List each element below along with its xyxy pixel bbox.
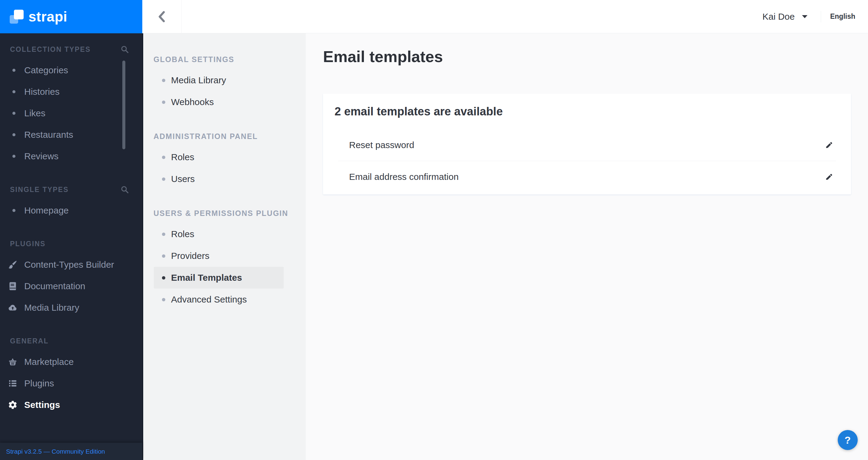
help-button[interactable]: ? <box>838 430 858 450</box>
topbar: Kai Doe English <box>142 0 868 33</box>
subnav-item-roles[interactable]: Roles <box>154 146 284 168</box>
user-menu[interactable]: Kai Doe <box>762 11 808 22</box>
paint-brush-icon <box>8 260 18 270</box>
email-templates-card: 2 email templates are available Reset pa… <box>323 94 851 194</box>
basket-icon <box>8 357 18 367</box>
main-sidebar: strapi COLLECTION TYPESCategoriesHistori… <box>0 0 142 460</box>
sidebar-item-label: Plugins <box>24 378 54 389</box>
search-icon[interactable] <box>121 45 129 54</box>
topbar-divider <box>821 11 821 22</box>
sidebar-item-restaurants[interactable]: Restaurants <box>0 124 142 145</box>
sidebar-item-homepage[interactable]: Homepage <box>0 200 142 221</box>
subnav-item-users[interactable]: Users <box>154 168 284 190</box>
subnav-section-label: USERS & PERMISSIONS PLUGIN <box>142 206 306 220</box>
subnav-item-media-library[interactable]: Media Library <box>154 69 284 91</box>
sidebar-item-categories[interactable]: Categories <box>0 59 142 81</box>
sidebar-item-label: Restaurants <box>24 130 73 140</box>
search-icon[interactable] <box>121 185 129 194</box>
subnav-item-label: Roles <box>171 152 194 162</box>
sidebar-item-histories[interactable]: Histories <box>0 81 142 102</box>
language-button[interactable]: English <box>828 12 857 21</box>
subnav-item-label: Roles <box>171 229 194 239</box>
strapi-logo-text: strapi <box>28 10 67 24</box>
sidebar-item-content-types-builder[interactable]: Content-Types Builder <box>0 254 142 275</box>
subnav-item-list: RolesProvidersEmail TemplatesAdvanced Se… <box>142 223 306 310</box>
subnav-item-email-templates[interactable]: Email Templates <box>154 267 284 288</box>
template-name: Reset password <box>349 140 414 150</box>
subnav-item-advanced-settings[interactable]: Advanced Settings <box>154 288 284 310</box>
subnav-item-webhooks[interactable]: Webhooks <box>154 91 284 113</box>
template-list: Reset passwordEmail address confirmation <box>323 129 851 193</box>
template-name: Email address confirmation <box>349 172 459 182</box>
sidebar-section-header: SINGLE TYPES <box>0 183 142 196</box>
edit-email-address-confirmation-button[interactable] <box>823 170 836 184</box>
sidebar-item-list: Homepage <box>0 200 142 221</box>
template-row-email-address-confirmation[interactable]: Email address confirmation <box>338 161 836 193</box>
bullet-icon <box>162 254 165 258</box>
sidebar-scrollbar[interactable] <box>122 61 125 149</box>
subnav-section-users-permissions-plugin: USERS & PERMISSIONS PLUGINRolesProviders… <box>142 206 306 310</box>
bullet-icon <box>12 155 16 158</box>
bullet-icon <box>162 79 165 82</box>
strapi-logo[interactable]: strapi <box>0 0 142 33</box>
chevron-left-icon <box>157 10 167 23</box>
subnav-item-label: Providers <box>171 251 210 261</box>
sidebar-item-settings[interactable]: Settings <box>0 394 142 416</box>
book-icon <box>8 281 18 291</box>
main-content: Email templates 2 email templates are av… <box>306 33 868 460</box>
sidebar-section-label: SINGLE TYPES <box>10 186 69 194</box>
template-row-reset-password[interactable]: Reset password <box>338 129 836 161</box>
sidebar-section-header: PLUGINS <box>0 237 142 251</box>
back-button[interactable] <box>142 0 182 33</box>
subnav-item-label: Email Templates <box>171 273 242 283</box>
bullet-icon <box>12 112 16 115</box>
main-sidebar-menu: COLLECTION TYPESCategoriesHistoriesLikes… <box>0 33 142 443</box>
cloud-upload-icon <box>8 303 18 312</box>
edit-reset-password-button[interactable] <box>823 139 836 152</box>
subnav-item-label: Advanced Settings <box>171 294 247 305</box>
sidebar-item-list: MarketplacePluginsSettings <box>0 351 142 416</box>
settings-subnav: GLOBAL SETTINGSMedia LibraryWebhooksADMI… <box>142 33 306 460</box>
page-title: Email templates <box>323 47 851 66</box>
subnav-item-roles[interactable]: Roles <box>154 223 284 245</box>
sidebar-item-label: Documentation <box>24 281 85 291</box>
subnav-section-global-settings: GLOBAL SETTINGSMedia LibraryWebhooks <box>142 52 306 113</box>
bullet-icon <box>12 133 16 136</box>
subnav-item-label: Webhooks <box>171 97 214 107</box>
sidebar-section-label: PLUGINS <box>10 240 46 248</box>
sidebar-item-label: Reviews <box>24 151 58 161</box>
sidebar-item-plugins[interactable]: Plugins <box>0 372 142 394</box>
sidebar-item-list: Content-Types BuilderDocumentationMedia … <box>0 254 142 318</box>
sidebar-footer: Strapi v3.2.5 — Community Edition <box>0 443 142 460</box>
sidebar-item-label: Categories <box>24 65 68 75</box>
subnav-item-label: Media Library <box>171 75 226 85</box>
sidebar-item-label: Content-Types Builder <box>24 259 114 270</box>
subnav-item-label: Users <box>171 174 195 184</box>
card-title: 2 email templates are available <box>335 104 836 118</box>
bullet-icon <box>162 156 165 159</box>
sidebar-item-label: Media Library <box>24 303 79 313</box>
sidebar-section-plugins: PLUGINSContent-Types BuilderDocumentatio… <box>0 237 142 318</box>
sidebar-item-label: Histories <box>24 87 60 97</box>
sidebar-item-media-library[interactable]: Media Library <box>0 297 142 318</box>
settings-body: GLOBAL SETTINGSMedia LibraryWebhooksADMI… <box>142 33 868 460</box>
sidebar-section-header: GENERAL <box>0 334 142 348</box>
subnav-item-providers[interactable]: Providers <box>154 245 284 267</box>
sidebar-section-general: GENERALMarketplacePluginsSettings <box>0 334 142 416</box>
sidebar-section-label: COLLECTION TYPES <box>10 45 91 54</box>
bullet-icon <box>162 276 165 279</box>
sidebar-item-documentation[interactable]: Documentation <box>0 275 142 297</box>
bullet-icon <box>12 69 16 72</box>
caret-down-icon <box>801 14 808 19</box>
subnav-item-list: RolesUsers <box>142 146 306 190</box>
sidebar-item-label: Homepage <box>24 205 69 216</box>
user-name: Kai Doe <box>762 11 795 22</box>
bullet-icon <box>12 209 16 212</box>
sidebar-item-marketplace[interactable]: Marketplace <box>0 351 142 372</box>
sidebar-item-list: CategoriesHistoriesLikesRestaurantsRevie… <box>0 59 142 167</box>
version-link[interactable]: Strapi v3.2.5 — Community Edition <box>6 448 105 455</box>
subnav-section-label: GLOBAL SETTINGS <box>142 52 306 66</box>
sidebar-item-likes[interactable]: Likes <box>0 102 142 124</box>
list-icon <box>8 378 18 388</box>
sidebar-item-reviews[interactable]: Reviews <box>0 145 142 167</box>
